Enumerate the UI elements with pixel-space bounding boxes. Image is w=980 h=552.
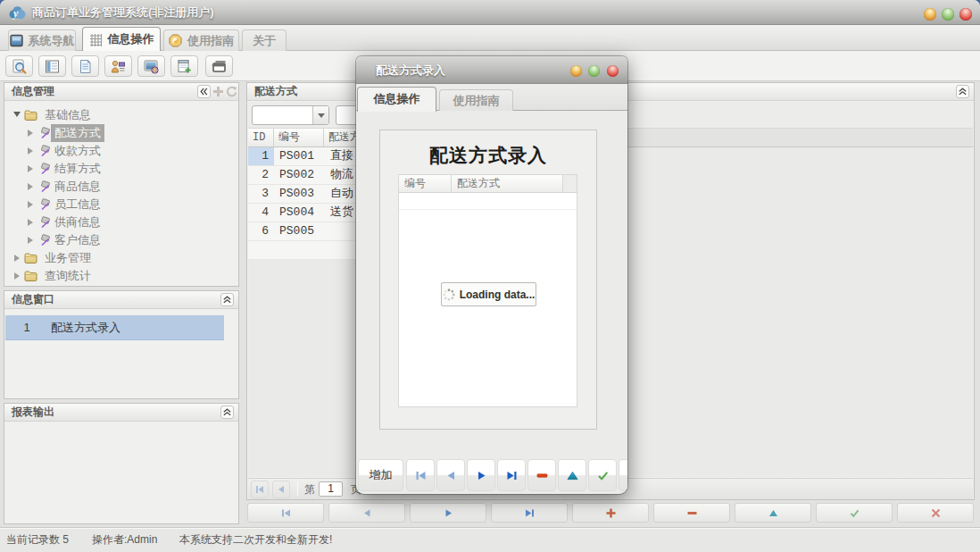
tab-about[interactable]: 关于 xyxy=(242,29,287,51)
tree-node-leaf[interactable]: 商品信息 xyxy=(4,178,238,196)
remove-record-button[interactable] xyxy=(653,503,730,523)
tab-label: 关于 xyxy=(253,33,276,49)
dialog-maximize-button[interactable] xyxy=(588,65,600,77)
dialog-remove-button[interactable] xyxy=(527,459,556,491)
cell-code[interactable]: PS002 xyxy=(274,166,324,184)
dialog-last-button[interactable] xyxy=(497,459,526,491)
dialog-minimize-button[interactable] xyxy=(570,65,582,77)
tree-node-leaf[interactable]: 客户信息 xyxy=(4,231,238,249)
tree-node-label[interactable]: 供商信息 xyxy=(51,213,104,231)
tree-node-label[interactable]: 基础信息 xyxy=(41,106,95,124)
window-row-label[interactable]: 配送方式录入 xyxy=(51,315,120,339)
cell-code[interactable]: PS004 xyxy=(274,204,324,222)
cell-code[interactable]: PS005 xyxy=(274,222,324,240)
collapse-up-icon xyxy=(223,296,231,304)
preview-search-icon xyxy=(12,59,27,74)
tree-node-label[interactable]: 业务管理 xyxy=(41,249,95,267)
tree-node-label[interactable]: 员工信息 xyxy=(51,196,104,213)
nav-first-button[interactable] xyxy=(247,503,324,523)
cell-id[interactable]: 4 xyxy=(248,204,274,222)
window-add-button[interactable] xyxy=(170,55,198,77)
cell-code[interactable] xyxy=(274,241,324,259)
collapse-up-button[interactable] xyxy=(220,293,234,306)
tree-node-label[interactable]: 收款方式 xyxy=(51,142,104,160)
close-button[interactable] xyxy=(959,8,972,21)
expand-arrow-icon[interactable] xyxy=(28,130,33,137)
cancel-button[interactable] xyxy=(897,503,974,523)
tree-node-leaf[interactable]: 配送方式 xyxy=(4,124,238,142)
document-button[interactable] xyxy=(71,55,99,77)
tree-node-folder[interactable]: 查询统计 xyxy=(4,267,238,285)
page-prev-button[interactable] xyxy=(272,481,290,498)
tab-information-operation[interactable]: 信息操作 xyxy=(82,27,161,51)
preview-search-button[interactable] xyxy=(5,55,33,77)
dialog-first-button[interactable] xyxy=(406,459,435,491)
dialog-close-button[interactable] xyxy=(607,65,619,77)
cell-id[interactable]: 3 xyxy=(248,185,274,203)
cell-id[interactable]: 2 xyxy=(248,166,274,184)
dialog-ok-button[interactable] xyxy=(588,459,617,491)
monitor-globe-icon xyxy=(144,59,159,74)
collapse-up-button[interactable] xyxy=(956,85,969,98)
cell-code[interactable]: PS003 xyxy=(274,185,324,203)
tree-node-leaf[interactable]: 供商信息 xyxy=(4,213,238,231)
column-header-code[interactable]: 编号 xyxy=(274,129,324,146)
user-org-button[interactable] xyxy=(104,55,132,77)
cell-id[interactable]: 6 xyxy=(248,222,274,240)
expand-arrow-icon[interactable] xyxy=(28,165,33,172)
tree-node-label[interactable]: 商品信息 xyxy=(51,178,104,196)
nav-prev-button[interactable] xyxy=(328,503,405,523)
cell-id[interactable]: 1 xyxy=(248,147,274,165)
dialog-next-button[interactable] xyxy=(467,459,495,491)
dialog-tab-user-guide[interactable]: 使用指南 xyxy=(439,89,513,111)
move-up-button[interactable] xyxy=(735,503,811,523)
dialog-up-button[interactable] xyxy=(558,459,586,491)
page-number-input[interactable]: 1 xyxy=(319,481,343,497)
dialog-tab-information-operation[interactable]: 信息操作 xyxy=(357,87,436,112)
collapse-left-button[interactable] xyxy=(197,85,211,98)
cascade-windows-button[interactable] xyxy=(205,55,233,77)
expand-arrow-icon[interactable] xyxy=(14,255,20,262)
minimize-button[interactable] xyxy=(924,8,936,21)
tree-node-label[interactable]: 客户信息 xyxy=(51,231,104,249)
filter-combo-1[interactable] xyxy=(252,105,329,125)
tab-system-navigation[interactable]: 系统导航 xyxy=(8,29,76,51)
nav-last-button[interactable] xyxy=(491,503,568,523)
report-output-header: 报表输出 xyxy=(4,404,238,422)
monitor-globe-button[interactable] xyxy=(137,55,165,77)
collapse-up-button[interactable] xyxy=(220,406,234,419)
expand-arrow-icon[interactable] xyxy=(28,183,33,190)
tree-node-leaf[interactable]: 结算方式 xyxy=(4,160,238,178)
nav-next-button[interactable] xyxy=(410,503,486,523)
tree-node-label[interactable]: 查询统计 xyxy=(41,267,95,285)
combo-dropdown-icon[interactable] xyxy=(312,106,328,124)
dialog-column-method[interactable]: 配送方式 xyxy=(452,175,563,192)
tree-node-label[interactable]: 配送方式 xyxy=(51,124,104,142)
form-list-button[interactable] xyxy=(38,55,66,77)
confirm-button[interactable] xyxy=(816,503,893,523)
add-record-button[interactable] xyxy=(572,503,649,523)
expand-arrow-icon[interactable] xyxy=(28,237,33,244)
tree-node-leaf[interactable]: 员工信息 xyxy=(4,196,238,213)
tree-node-folder[interactable]: 基础信息 xyxy=(4,106,238,124)
cell-id[interactable] xyxy=(248,241,274,259)
tree-node-label[interactable]: 结算方式 xyxy=(51,160,104,178)
column-header-id[interactable]: ID xyxy=(248,129,274,146)
collapse-arrow-icon[interactable] xyxy=(13,112,21,117)
dialog-prev-button[interactable] xyxy=(436,459,465,491)
cell-code[interactable]: PS001 xyxy=(274,147,324,165)
expand-arrow-icon[interactable] xyxy=(28,147,33,155)
expand-arrow-icon[interactable] xyxy=(14,272,20,280)
open-window-row[interactable]: 1 配送方式录入 xyxy=(5,315,224,340)
expand-arrow-icon[interactable] xyxy=(28,219,33,226)
dialog-extra-button[interactable] xyxy=(619,459,627,491)
tree-node-leaf[interactable]: 收款方式 xyxy=(4,142,238,160)
tree-node-folder[interactable]: 业务管理 xyxy=(4,249,238,267)
expand-arrow-icon[interactable] xyxy=(28,201,33,208)
dialog-add-button[interactable]: 增加 xyxy=(358,459,403,491)
loading-spinner-icon xyxy=(443,289,455,301)
tab-user-guide[interactable]: 使用指南 xyxy=(163,29,239,51)
dialog-column-code[interactable]: 编号 xyxy=(399,175,452,192)
page-first-button[interactable] xyxy=(251,481,269,498)
maximize-button[interactable] xyxy=(942,8,954,21)
